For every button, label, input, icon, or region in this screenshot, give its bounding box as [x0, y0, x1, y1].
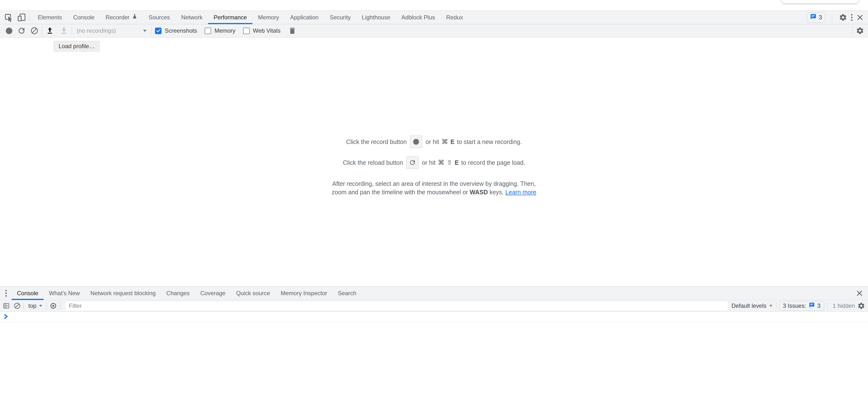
inspect-element-icon[interactable]	[4, 13, 13, 22]
cmd-key: ⌘	[438, 159, 444, 166]
screenshots-label: Screenshots	[165, 27, 197, 34]
drawer-tab-whats-new[interactable]: What's New	[43, 287, 85, 300]
close-devtools-icon[interactable]	[857, 14, 864, 21]
wasd-keys: WASD	[470, 189, 488, 196]
levels-value: Default levels	[732, 302, 766, 309]
tab-performance[interactable]: Performance	[208, 11, 252, 24]
record-hint-row: Click the record button or hit⌘Eto start…	[0, 135, 868, 148]
clear-console-icon[interactable]	[13, 302, 21, 309]
context-value: top	[28, 302, 36, 309]
e-key: E	[451, 138, 455, 145]
console-settings-gear-icon[interactable]	[857, 302, 865, 310]
tab-network[interactable]: Network	[176, 11, 208, 24]
reload-button-illustration	[406, 156, 418, 169]
memory-checkbox-group[interactable]: Memory	[205, 27, 236, 34]
shift-key: ⇧	[447, 159, 453, 166]
drawer-tab-coverage[interactable]: Coverage	[195, 287, 231, 300]
issues-count: 3	[817, 302, 820, 309]
tabbar-right-separator	[832, 13, 832, 22]
reload-and-record-icon[interactable]	[17, 26, 26, 35]
drawer-tab-changes[interactable]: Changes	[161, 287, 195, 300]
drawer-tabs: Console What's New Network request block…	[11, 287, 362, 300]
console-sidebar-icon[interactable]	[3, 302, 10, 309]
screenshots-checkbox[interactable]	[155, 28, 161, 34]
toolbar-separator	[852, 27, 852, 35]
chevron-down-icon	[143, 30, 147, 32]
issues-count: 3	[819, 14, 822, 21]
panel-tabs: Elements Console Recorder Sources Networ…	[32, 11, 469, 24]
drawer-tab-network-request-blocking[interactable]: Network request blocking	[85, 287, 161, 300]
toolbar-separator	[42, 27, 42, 35]
issues-bubble-icon	[809, 302, 815, 309]
settings-gear-icon[interactable]	[839, 13, 847, 22]
tab-memory[interactable]: Memory	[252, 11, 285, 24]
console-toolbar: top Default levels 3 Issues: 3 1 hidden	[0, 300, 868, 312]
web-vitals-checkbox-group[interactable]: Web Vitals	[243, 27, 280, 34]
memory-checkbox[interactable]	[205, 28, 211, 34]
device-toolbar-icon[interactable]	[17, 13, 26, 22]
tab-elements[interactable]: Elements	[32, 11, 68, 24]
tab-console[interactable]: Console	[68, 11, 100, 24]
javascript-context-dropdown[interactable]: top	[28, 302, 42, 309]
e-key: E	[455, 159, 459, 166]
tab-application[interactable]: Application	[285, 11, 324, 24]
more-options-icon[interactable]	[851, 14, 852, 21]
web-vitals-checkbox[interactable]	[243, 28, 250, 34]
web-vitals-label: Web Vitals	[253, 27, 280, 34]
console-toolbar-separator	[46, 302, 47, 309]
tab-adblock-plus[interactable]: Adblock Plus	[396, 11, 441, 24]
devtools-tabbar: Elements Console Recorder Sources Networ…	[0, 10, 868, 24]
selected-tab-underline	[11, 299, 43, 300]
trash-icon[interactable]	[288, 27, 297, 35]
reload-hint-row: Click the reload button or hit⌘⇧Eto reco…	[0, 156, 868, 169]
screenshots-checkbox-group[interactable]: Screenshots	[155, 27, 197, 34]
drawer-tab-quick-source[interactable]: Quick source	[231, 287, 275, 300]
issues-bubble-icon	[810, 13, 817, 21]
help-paragraph: After recording, select an area of inter…	[324, 179, 544, 197]
chevron-down-icon	[39, 305, 42, 307]
flask-experiment-icon	[132, 13, 137, 21]
capture-settings-gear-icon[interactable]	[856, 27, 864, 35]
performance-toolbar: (no recordings) Screenshots Memory Web V…	[0, 24, 868, 37]
issues-counter-button[interactable]: 3	[807, 12, 825, 23]
console-issues-button[interactable]: 3 Issues: 3	[779, 301, 824, 311]
load-profile-tooltip: Load profile…	[54, 41, 99, 52]
reload-hint-prefix: Click the reload button	[343, 159, 403, 166]
tabbar-separator	[29, 13, 29, 21]
live-expression-eye-icon[interactable]	[50, 302, 57, 309]
browser-top-strip	[0, 0, 868, 10]
close-drawer-icon[interactable]	[856, 290, 863, 297]
load-profile-icon[interactable]	[45, 26, 54, 35]
recordings-dropdown-value: (no recordings)	[77, 27, 116, 34]
performance-empty-state: Click the record button or hit⌘Eto start…	[0, 135, 868, 197]
console-prompt-chevron-icon	[4, 314, 8, 320]
drawer-tab-console[interactable]: Console	[11, 287, 43, 300]
chevron-down-icon	[769, 305, 772, 307]
memory-label: Memory	[214, 27, 236, 34]
clear-recording-icon[interactable]	[30, 27, 38, 35]
record-button-illustration	[410, 135, 422, 148]
drawer-menu-icon[interactable]	[5, 290, 7, 297]
learn-more-link[interactable]: Learn more	[505, 189, 536, 196]
tab-security[interactable]: Security	[324, 11, 356, 24]
cmd-key: ⌘	[441, 138, 448, 145]
tab-recorder[interactable]: Recorder	[100, 11, 143, 24]
record-button[interactable]	[6, 28, 12, 34]
record-hint-prefix: Click the record button	[346, 138, 407, 145]
drawer-tabbar: Console What's New Network request block…	[0, 286, 868, 300]
tab-redux[interactable]: Redux	[440, 11, 468, 24]
drawer-tab-search[interactable]: Search	[333, 287, 362, 300]
console-prompt-row[interactable]	[0, 312, 868, 322]
hidden-messages-count: 1 hidden	[833, 302, 855, 309]
recordings-dropdown[interactable]: (no recordings)	[75, 27, 148, 34]
popup-window-corner	[781, 0, 859, 3]
toolbar-separator	[151, 27, 152, 35]
issues-label: 3 Issues:	[783, 302, 806, 309]
console-toolbar-separator	[24, 302, 24, 309]
save-profile-icon	[60, 26, 68, 35]
console-filter-input[interactable]	[65, 302, 727, 310]
log-levels-dropdown[interactable]: Default levels	[732, 302, 772, 309]
tab-sources[interactable]: Sources	[143, 11, 176, 24]
drawer-tab-memory-inspector[interactable]: Memory Inspector	[275, 287, 333, 300]
tab-lighthouse[interactable]: Lighthouse	[356, 11, 396, 24]
